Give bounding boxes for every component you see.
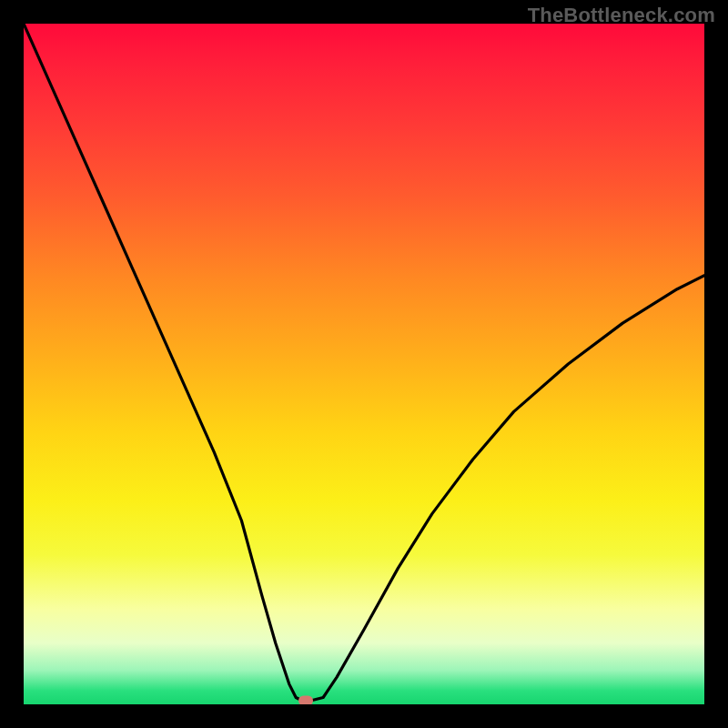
chart-frame: TheBottleneck.com <box>0 0 728 728</box>
bottleneck-curve <box>24 24 704 704</box>
minimum-marker <box>298 696 313 704</box>
plot-area <box>24 24 704 704</box>
